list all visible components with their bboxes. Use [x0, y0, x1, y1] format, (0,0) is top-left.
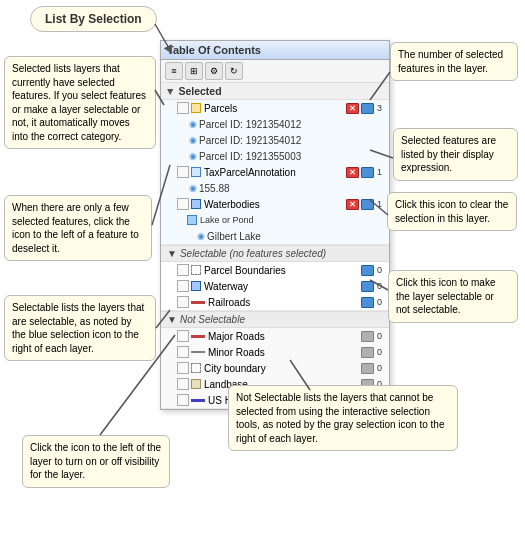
- water-layer-item[interactable]: Waterbodies ✕ 1: [161, 196, 389, 212]
- parcel-id-1: ◉ Parcel ID: 1921354012: [161, 116, 389, 132]
- major-roads-vis[interactable]: [177, 330, 189, 342]
- minor-roads-item[interactable]: Minor Roads 0: [161, 344, 389, 360]
- feature-count-text: The number of selected features in the l…: [398, 49, 503, 74]
- deselect-icon-1[interactable]: ◉: [187, 118, 199, 130]
- water-visibility-check[interactable]: [177, 198, 189, 210]
- toc-panel: Table Of Contents ≡ ⊞ ⚙ ↻ ▼ Selected Par…: [160, 40, 390, 410]
- city-boundary-sel-icon[interactable]: [361, 363, 374, 374]
- railroads-item[interactable]: Railroads 0: [161, 294, 389, 310]
- toc-body: ▼ Selected Parcels ✕ 3 ◉ Parcel ID: 1921…: [161, 83, 389, 409]
- title-callout: List By Selection: [30, 6, 157, 32]
- not-selectable-desc-callout: Not Selectable lists the layers that can…: [228, 385, 458, 451]
- city-boundary-vis[interactable]: [177, 362, 189, 374]
- selected-section: ▼ Selected Parcels ✕ 3 ◉ Parcel ID: 1921…: [161, 83, 389, 245]
- lake-pond-icon: [187, 215, 197, 225]
- parcel-boundaries-item[interactable]: Parcel Boundaries 0: [161, 262, 389, 278]
- not-selectable-arrow: ▼: [167, 314, 177, 325]
- tax-visibility-check[interactable]: [177, 166, 189, 178]
- display-expr-text: Selected features are listed by their di…: [401, 135, 496, 173]
- water-type-icon: [191, 199, 201, 209]
- tax-value-label: 155.88: [199, 183, 385, 194]
- landbase-icon: [191, 379, 201, 389]
- minor-roads-count: 0: [377, 347, 385, 357]
- make-selectable-text: Click this icon to make the layer select…: [396, 277, 495, 315]
- selected-desc-callout: Selected lists layers that currently hav…: [4, 56, 156, 149]
- gilbert-lake-label: Gilbert Lake: [207, 231, 385, 242]
- clear-selection-text: Click this icon to clear the selection i…: [395, 199, 508, 224]
- waterway-vis[interactable]: [177, 280, 189, 292]
- tax-sel-icon[interactable]: [361, 167, 374, 178]
- parcels-sel-icon[interactable]: [361, 103, 374, 114]
- deselect-icon-2[interactable]: ◉: [187, 134, 199, 146]
- selectable-desc-callout: Selectable lists the layers that are sel…: [4, 295, 156, 361]
- deselect-icon-tax[interactable]: ◉: [187, 182, 199, 194]
- water-sel-icon[interactable]: [361, 199, 374, 210]
- parcel-id-3-label: Parcel ID: 1921355003: [199, 151, 385, 162]
- deselect-icon-3[interactable]: ◉: [187, 150, 199, 162]
- parcel-boundaries-label: Parcel Boundaries: [204, 265, 360, 276]
- city-boundary-icon: [191, 363, 201, 373]
- not-selectable-desc-text: Not Selectable lists the layers that can…: [236, 392, 444, 444]
- selected-arrow: ▼: [165, 85, 175, 97]
- tax-clear-icon[interactable]: ✕: [346, 167, 359, 178]
- minor-roads-vis[interactable]: [177, 346, 189, 358]
- parcels-icons: ✕ 3: [345, 103, 385, 114]
- us-highways-vis[interactable]: [177, 394, 189, 406]
- deselect-icon-lake[interactable]: ◉: [195, 230, 207, 242]
- options-button[interactable]: ⚙: [205, 62, 223, 80]
- parcels-visibility-check[interactable]: [177, 102, 189, 114]
- city-boundary-item[interactable]: City boundary 0: [161, 360, 389, 376]
- selected-desc-text: Selected lists layers that currently hav…: [12, 63, 146, 142]
- major-roads-icon: [191, 335, 205, 338]
- city-boundary-label: City boundary: [204, 363, 360, 374]
- toc-header: Table Of Contents: [161, 41, 389, 60]
- selectable-desc-text: Selectable lists the layers that are sel…: [12, 302, 144, 354]
- table-view-button[interactable]: ⊞: [185, 62, 203, 80]
- selected-label: Selected: [178, 85, 221, 97]
- parcels-type-icon: [191, 103, 201, 113]
- parcels-count: 3: [377, 103, 385, 113]
- tax-value-item: ◉ 155.88: [161, 180, 389, 196]
- visibility-text: Click the icon to the left of the layer …: [30, 442, 161, 480]
- list-view-button[interactable]: ≡: [165, 62, 183, 80]
- title-text: List By Selection: [45, 12, 142, 26]
- selected-section-header: ▼ Selected: [161, 83, 389, 100]
- minor-roads-sel-icon[interactable]: [361, 347, 374, 358]
- minor-roads-icons: 0: [360, 347, 385, 358]
- major-roads-sel-icon[interactable]: [361, 331, 374, 342]
- us-highways-icon: [191, 399, 205, 402]
- make-selectable-callout: Click this icon to make the layer select…: [388, 270, 518, 323]
- waterway-label: Waterway: [204, 281, 360, 292]
- refresh-button[interactable]: ↻: [225, 62, 243, 80]
- parcel-boundaries-sel-icon[interactable]: [361, 265, 374, 276]
- minor-roads-label: Minor Roads: [208, 347, 360, 358]
- parcels-layer-item[interactable]: Parcels ✕ 3: [161, 100, 389, 116]
- parcel-boundaries-icons: 0: [360, 265, 385, 276]
- major-roads-item[interactable]: Major Roads 0: [161, 328, 389, 344]
- water-clear-icon[interactable]: ✕: [346, 199, 359, 210]
- waterway-sel-icon[interactable]: [361, 281, 374, 292]
- parcel-id-2: ◉ Parcel ID: 1921354012: [161, 132, 389, 148]
- parcel-id-2-label: Parcel ID: 1921354012: [199, 135, 385, 146]
- landbase-vis[interactable]: [177, 378, 189, 390]
- waterway-item[interactable]: Waterway 0: [161, 278, 389, 294]
- railroads-vis[interactable]: [177, 296, 189, 308]
- few-features-callout: When there are only a few selected featu…: [4, 195, 152, 261]
- tax-label: TaxParcelAnnotation: [204, 167, 345, 178]
- toc-toolbar: ≡ ⊞ ⚙ ↻: [161, 60, 389, 83]
- parcel-id-3: ◉ Parcel ID: 1921355003: [161, 148, 389, 164]
- parcel-boundaries-icon: [191, 265, 201, 275]
- railroads-sel-icon[interactable]: [361, 297, 374, 308]
- waterway-count: 0: [377, 281, 385, 291]
- waterway-icons: 0: [360, 281, 385, 292]
- parcel-boundaries-count: 0: [377, 265, 385, 275]
- parcel-boundaries-vis[interactable]: [177, 264, 189, 276]
- display-expr-callout: Selected features are listed by their di…: [393, 128, 518, 181]
- not-selectable-label: Not Selectable: [180, 314, 245, 325]
- railroads-count: 0: [377, 297, 385, 307]
- gilbert-lake-item: ◉ Gilbert Lake: [161, 228, 389, 244]
- water-count: 1: [377, 199, 385, 209]
- tax-type-icon: [191, 167, 201, 177]
- tax-layer-item[interactable]: TaxParcelAnnotation ✕ 1: [161, 164, 389, 180]
- parcels-clear-icon[interactable]: ✕: [346, 103, 359, 114]
